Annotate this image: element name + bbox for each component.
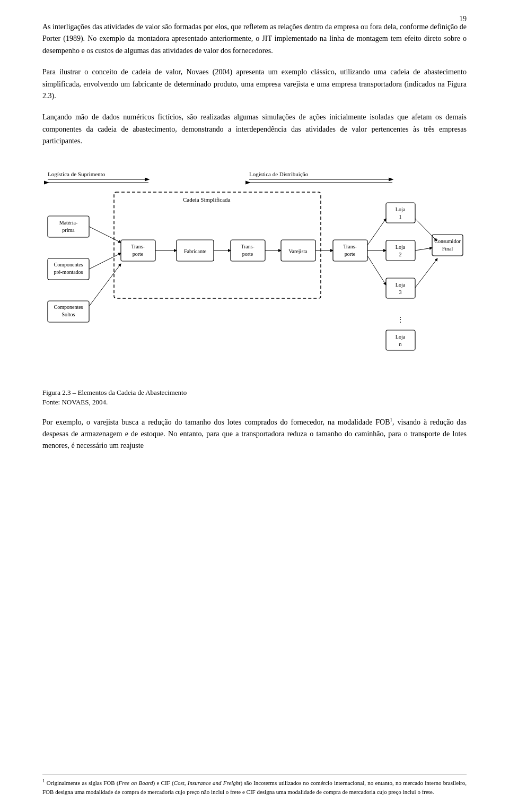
footnote-text: 1 Originalmente as siglas FOB (Free on B… <box>42 778 467 796</box>
figure-source: Fonte: NOVAES, 2004. <box>42 398 467 407</box>
logistics-supply-label: Logística de Suprimento <box>48 171 106 177</box>
svg-line-12 <box>89 264 121 306</box>
loja-n-label: Loja <box>396 334 406 340</box>
svg-rect-34 <box>432 235 463 256</box>
loja2-label: Loja <box>396 244 406 250</box>
svg-line-33 <box>367 256 386 285</box>
materia-prima-label: Matéria- <box>59 220 77 226</box>
svg-line-31 <box>367 219 386 245</box>
diagram-section: Logística de Suprimento Logística de Dis… <box>42 160 467 383</box>
svg-text:2: 2 <box>399 252 402 257</box>
svg-rect-39 <box>386 330 415 350</box>
svg-rect-13 <box>121 240 155 261</box>
svg-rect-4 <box>48 216 89 237</box>
svg-text:n: n <box>399 341 402 347</box>
svg-text:3: 3 <box>399 289 402 295</box>
svg-line-38 <box>415 258 437 288</box>
supply-chain-diagram: Logística de Suprimento Logística de Dis… <box>42 160 467 383</box>
page-number: 19 <box>459 15 467 23</box>
svg-line-37 <box>415 248 432 250</box>
loja1-label: Loja <box>396 206 406 212</box>
svg-rect-25 <box>386 203 415 223</box>
fabricante-label: Fabricante <box>184 248 207 254</box>
svg-rect-23 <box>333 240 367 261</box>
consumidor-final-label: Consumidor <box>434 238 461 244</box>
cadeia-simplificada-label: Cadeia Simplificada <box>183 196 231 203</box>
transporte2-label: Trans- <box>241 244 254 249</box>
svg-text:porte: porte <box>242 251 253 257</box>
transporte3-label: Trans- <box>343 244 357 249</box>
paragraph-2: Para ilustrar o conceito de cadeia de va… <box>42 66 467 102</box>
svg-text:prima: prima <box>62 227 75 233</box>
svg-text:Final: Final <box>442 246 453 252</box>
paragraph-1: As interligações das atividades de valor… <box>42 21 467 57</box>
paragraph-3: Lançando mão de dados numéricos fictício… <box>42 111 467 147</box>
svg-text:porte: porte <box>345 251 356 257</box>
componentes-pre-label: Componentes <box>54 262 83 267</box>
svg-line-10 <box>89 227 121 243</box>
svg-line-36 <box>415 219 437 241</box>
paragraph-4: Por exemplo, o varejista busca a redução… <box>42 416 467 452</box>
svg-rect-29 <box>386 278 415 298</box>
footnote-area: 1 Originalmente as siglas FOB (Free on B… <box>42 774 467 796</box>
svg-text:Soltos: Soltos <box>62 312 75 317</box>
svg-text:1: 1 <box>399 214 402 220</box>
loja3-label: Loja <box>396 282 406 288</box>
varejista-label: Varejista <box>289 248 308 254</box>
transporte1-label: Trans- <box>131 244 145 249</box>
componentes-soltos-label: Componentes <box>54 304 83 310</box>
svg-text:pré-montados: pré-montados <box>54 269 83 275</box>
figure-caption: Figura 2.3 – Elementos da Cadeia de Abas… <box>42 388 467 397</box>
page: 19 As interligações das atividades de va… <box>0 0 509 812</box>
svg-rect-27 <box>386 240 415 261</box>
svg-rect-18 <box>231 240 265 261</box>
logistics-dist-label: Logística de Distribuição <box>249 171 309 177</box>
svg-line-11 <box>89 253 121 269</box>
svg-text:⋮: ⋮ <box>397 316 404 324</box>
svg-text:porte: porte <box>133 251 144 257</box>
